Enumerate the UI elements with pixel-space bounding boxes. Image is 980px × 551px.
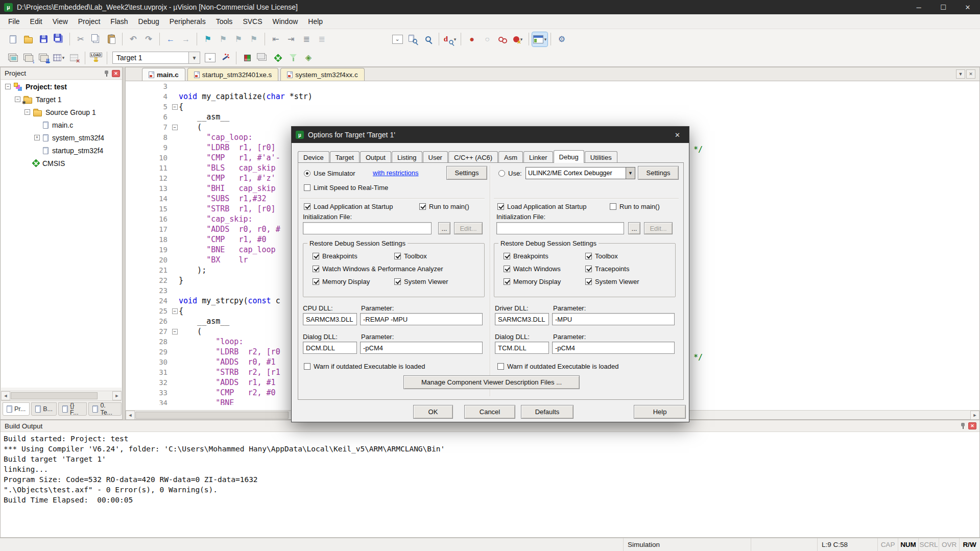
checkbox-icon[interactable] <box>313 266 319 272</box>
indent-icon[interactable]: ⇥ <box>283 32 299 46</box>
checkbox-icon[interactable] <box>313 278 319 285</box>
debug-windows-dropdown[interactable]: ▾ <box>532 32 547 46</box>
dialog-tab-listing[interactable]: Listing <box>392 151 422 163</box>
checkbox-icon[interactable] <box>304 203 310 210</box>
dialog-close-icon[interactable]: ✕ <box>666 127 689 143</box>
stop-build-icon[interactable] <box>66 51 82 65</box>
dialog-dll-input-right[interactable]: TCM.DLL <box>495 342 549 354</box>
navigate-forward-icon[interactable]: → <box>178 32 194 46</box>
dialog-tab-asm[interactable]: Asm <box>498 151 523 163</box>
expander-icon[interactable]: − <box>5 84 11 89</box>
menu-project[interactable]: Project <box>73 15 106 28</box>
restore-checkbox-breakpoints[interactable]: Breakpoints <box>504 252 585 260</box>
restore-checkbox-system-viewer[interactable]: System Viewer <box>585 278 667 285</box>
dialog-parameter-input-left[interactable]: -pCM4 <box>360 342 483 354</box>
paste-icon[interactable] <box>104 32 119 46</box>
kill-all-breakpoints-icon[interactable]: ▾ <box>510 32 525 46</box>
restore-checkbox-toolbox[interactable]: Toolbox <box>394 252 476 260</box>
use-debugger-radio[interactable]: Use: <box>498 167 522 179</box>
build-icon[interactable]: ↓ <box>20 51 36 65</box>
comment-selection-icon[interactable]: ≣ <box>299 32 314 46</box>
find-dropdown[interactable]: d▾ <box>442 32 458 46</box>
run-to-main-checkbox-left[interactable]: Run to main() <box>419 201 469 212</box>
target-select-combobox[interactable]: Target 1▼ <box>112 52 200 64</box>
dialog-tab-output[interactable]: Output <box>360 151 391 163</box>
init-file-input-left[interactable] <box>303 222 432 234</box>
manage-components-icon[interactable] <box>270 51 285 65</box>
minimize-button[interactable]: ─ <box>906 0 931 14</box>
open-file-icon[interactable] <box>20 32 36 46</box>
close-button[interactable]: ✕ <box>955 0 980 14</box>
cancel-button[interactable]: Cancel <box>464 405 515 419</box>
menu-help[interactable]: Help <box>303 15 328 28</box>
scroll-right-icon[interactable]: ► <box>970 411 979 420</box>
target-dropdown-button[interactable]: ⌄ <box>202 51 218 65</box>
restore-checkbox-tracepoints[interactable]: Tracepoints <box>585 265 667 273</box>
browse-button-left[interactable]: ... <box>438 222 450 234</box>
project-hscrollbar[interactable]: ◄ ► <box>1 391 122 400</box>
uncomment-selection-icon[interactable]: ≣ <box>314 32 329 46</box>
dialog-parameter-input-right[interactable]: -pCM4 <box>552 342 675 354</box>
disable-breakpoint-icon[interactable]: ○ <box>480 32 495 46</box>
checkbox-icon[interactable] <box>419 203 426 210</box>
radio-icon[interactable] <box>304 170 310 177</box>
editor-tab-startup-stm32f401xe-s[interactable]: startup_stm32f401xe.s <box>187 68 279 81</box>
scroll-right-icon[interactable]: ► <box>112 391 122 400</box>
dialog-tab-user[interactable]: User <box>423 151 448 163</box>
debugger-select[interactable]: ULINK2/ME Cortex Debugger ▼ <box>525 167 635 179</box>
driver-dll-input[interactable]: SARMCM3.DLL <box>495 313 549 325</box>
scroll-thumb[interactable] <box>135 412 289 419</box>
tree-item-startup-stm32f4[interactable]: startup_stm32f4 <box>1 144 122 157</box>
save-icon[interactable] <box>36 32 51 46</box>
restore-checkbox-memory-display[interactable]: Memory Display <box>313 278 394 285</box>
scroll-thumb[interactable] <box>11 392 98 399</box>
checkbox-icon[interactable] <box>504 253 510 259</box>
cpu-dll-input[interactable]: SARMCM3.DLL <box>303 313 357 325</box>
warn-outdated-checkbox-right[interactable]: Warn if outdated Executable is loaded <box>497 361 619 372</box>
navigate-back-icon[interactable]: ← <box>163 32 178 46</box>
scroll-left-icon[interactable]: ◄ <box>1 391 10 400</box>
debugger-settings-button[interactable]: Settings <box>638 166 679 180</box>
dialog-tab-target[interactable]: Target <box>330 151 360 163</box>
menu-debug[interactable]: Debug <box>133 15 164 28</box>
save-all-icon[interactable] <box>51 32 66 46</box>
defaults-button[interactable]: Defaults <box>521 405 573 419</box>
fold-marker-icon[interactable]: − <box>172 104 178 110</box>
restore-checkbox-breakpoints[interactable]: Breakpoints <box>313 252 394 260</box>
radio-icon[interactable] <box>498 170 505 177</box>
checkbox-icon[interactable] <box>585 266 592 272</box>
menu-tools[interactable]: Tools <box>211 15 238 28</box>
debug-windows-dropdown-arrow[interactable]: ▾ <box>544 37 547 42</box>
restore-checkbox-toolbox[interactable]: Toolbox <box>585 252 667 260</box>
templates-tab[interactable]: 0. Te... <box>88 402 122 416</box>
limit-speed-checkbox[interactable]: Limit Speed to Real-Time <box>304 182 388 193</box>
manage-component-viewer-button[interactable]: Manage Component Viewer Description File… <box>403 375 580 389</box>
file-extensions-funnel-icon[interactable] <box>285 51 301 65</box>
books-windows-icon[interactable] <box>255 51 270 65</box>
incremental-find-icon[interactable] <box>420 32 436 46</box>
close-panel-icon[interactable]: ✕ <box>112 70 120 77</box>
checkbox-icon[interactable] <box>504 278 510 285</box>
checkbox-icon[interactable] <box>394 253 401 259</box>
bookmark-window-dropdown[interactable]: ⌄ <box>390 32 405 46</box>
close-tab-icon[interactable]: ✕ <box>966 69 975 79</box>
cpu-parameter-input[interactable]: -REMAP -MPU <box>360 313 483 325</box>
dialog-tab-debug[interactable]: Debug <box>554 150 584 163</box>
close-panel-icon[interactable]: ✕ <box>968 422 976 429</box>
menu-window[interactable]: Window <box>268 15 303 28</box>
checkbox-icon[interactable] <box>497 363 504 370</box>
tree-item-target-1[interactable]: −✱Target 1 <box>1 93 122 106</box>
fold-marker-icon[interactable]: − <box>172 329 178 334</box>
restore-checkbox-system-viewer[interactable]: System Viewer <box>394 278 476 285</box>
find-dropdown-arrow[interactable]: ▾ <box>454 37 457 42</box>
redo-icon[interactable]: ↷ <box>141 32 156 46</box>
pin-icon[interactable] <box>960 422 966 429</box>
manage-components-wand-icon[interactable] <box>218 51 233 65</box>
expander-icon[interactable]: − <box>25 109 30 115</box>
restore-checkbox-memory-display[interactable]: Memory Display <box>504 278 585 285</box>
undo-icon[interactable]: ↶ <box>126 32 141 46</box>
batch-build-icon-arrow[interactable]: ▾ <box>62 55 65 60</box>
next-bookmark-icon[interactable]: ⚑ <box>216 32 231 46</box>
menu-peripherals[interactable]: Peripherals <box>164 15 211 28</box>
batch-build-icon[interactable]: ▾ <box>51 51 66 65</box>
